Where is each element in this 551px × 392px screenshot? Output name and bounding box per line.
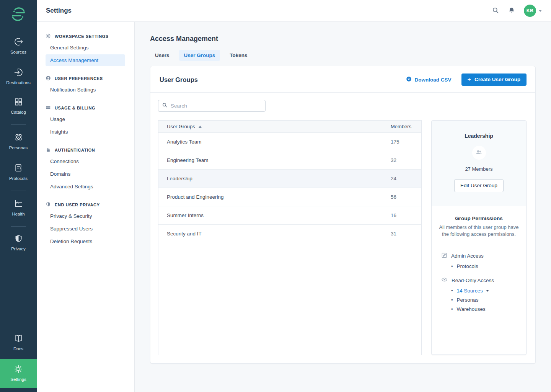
nav-item-suppressed-users[interactable]: Suppressed Users — [46, 223, 125, 235]
column-header-user-groups[interactable]: User Groups — [167, 124, 195, 129]
segment-logo-icon[interactable] — [11, 7, 26, 23]
personas-icon — [14, 132, 23, 142]
table-header-row: User Groups Members — [158, 121, 421, 133]
nav-item-domains[interactable]: Domains — [46, 168, 125, 180]
sidebar-item-privacy[interactable]: Privacy — [0, 232, 37, 253]
tab-users[interactable]: Users — [150, 50, 174, 61]
group-members: 56 — [391, 194, 421, 200]
user-groups-table: User Groups Members Analytics Team 175 — [158, 120, 422, 355]
sidebar-item-catalog[interactable]: Catalog — [0, 95, 37, 117]
table-row[interactable]: Engineering Team 32 — [158, 151, 421, 170]
app-sidebar: Sources Destinations Catalog — [0, 0, 37, 392]
sidebar-item-protocols[interactable]: Protocols — [0, 161, 37, 183]
table-row-selected[interactable]: Leadership 24 — [158, 170, 421, 188]
sidebar-item-label: Health — [12, 212, 24, 216]
nav-item-notification-settings[interactable]: Notification Settings — [46, 84, 125, 96]
edit-user-group-button[interactable]: Edit User Group — [454, 179, 504, 192]
nav-section-header: WORKSPACE SETTINGS — [46, 33, 125, 39]
nav-section-usage-billing: USAGE & BILLING Usage Insights — [46, 105, 125, 138]
sources-icon — [14, 37, 23, 46]
sidebar-item-docs[interactable]: Docs — [0, 331, 37, 353]
table-row[interactable]: Analytics Team 175 — [158, 133, 421, 151]
sidebar-item-destinations[interactable]: Destinations — [0, 65, 37, 87]
nav-item-advanced-settings[interactable]: Advanced Settings — [46, 181, 125, 193]
sidebar-item-label: Docs — [13, 346, 23, 351]
eye-icon — [441, 276, 448, 284]
page-title: Settings — [46, 7, 72, 15]
group-members: 16 — [391, 212, 421, 218]
nav-section-header: END USER PRIVACY — [46, 202, 125, 208]
sidebar-item-health[interactable]: Health — [0, 196, 37, 219]
nav-item-connections[interactable]: Connections — [46, 155, 125, 167]
account-menu[interactable]: KB — [524, 5, 542, 17]
sidebar-item-label: Destinations — [6, 80, 30, 85]
permission-group-label: Read-Only Access — [452, 278, 494, 283]
sidebar-divider — [11, 226, 26, 227]
chevron-down-icon — [539, 10, 542, 12]
nav-item-access-management[interactable]: Access Management — [46, 54, 125, 66]
settings-gear-icon — [14, 364, 23, 374]
permission-group-label: Admin Access — [451, 253, 484, 259]
nav-section-title: END USER PRIVACY — [55, 203, 100, 207]
sidebar-item-label: Catalog — [11, 110, 26, 114]
search-box — [158, 100, 266, 112]
nav-item-deletion-requests[interactable]: Deletion Requests — [46, 235, 125, 247]
group-name: Leadership — [158, 176, 391, 181]
plus-icon: + — [468, 78, 471, 82]
chevron-down-icon[interactable] — [486, 290, 489, 292]
permission-item: Protocols — [451, 263, 521, 269]
panel-title: User Groups — [160, 76, 198, 83]
sidebar-item-sources[interactable]: Sources — [0, 34, 37, 57]
notifications-button[interactable] — [508, 7, 515, 15]
nav-item-general-settings[interactable]: General Settings — [46, 42, 125, 54]
group-avatar — [472, 146, 486, 160]
group-detail-card: Leadership — [431, 120, 527, 355]
column-header-members[interactable]: Members — [391, 124, 421, 129]
group-name: Leadership — [465, 133, 493, 139]
nav-section-authentication: AUTHENTICATION Connections Domains Advan… — [46, 147, 125, 193]
table-row[interactable]: Summer Interns 16 — [158, 206, 421, 225]
search-icon — [162, 102, 168, 109]
search-button[interactable] — [492, 7, 499, 15]
nav-item-insights[interactable]: Insights — [46, 126, 125, 138]
tab-user-groups[interactable]: User Groups — [179, 50, 220, 61]
sidebar-divider — [11, 124, 26, 125]
download-csv-button[interactable]: Download CSV — [406, 76, 452, 83]
nav-section-workspace-settings: WORKSPACE SETTINGS General Settings Acce… — [46, 33, 125, 66]
permission-item: Personas — [451, 297, 521, 303]
user-groups-panel: User Groups Download CSV — [150, 66, 536, 364]
group-members: 32 — [391, 157, 421, 163]
sidebar-item-personas[interactable]: Personas — [0, 130, 37, 152]
create-user-group-button[interactable]: + Create User Group — [461, 74, 527, 86]
table-row[interactable]: Product and Engineering 56 — [158, 188, 421, 206]
sidebar-divider — [11, 191, 26, 191]
permission-group-admin: Admin Access Protocols — [437, 252, 521, 269]
group-name: Security and IT — [158, 231, 391, 237]
search-input[interactable] — [171, 103, 262, 109]
group-name: Analytics Team — [158, 139, 391, 145]
avatar: KB — [524, 5, 536, 17]
nav-item-privacy-security[interactable]: Privacy & Security — [46, 210, 125, 222]
group-summary: Leadership — [432, 121, 526, 206]
sort-asc-icon[interactable] — [199, 126, 202, 128]
health-icon — [14, 199, 23, 208]
member-count: 27 Members — [465, 166, 492, 172]
sidebar-item-label: Settings — [10, 377, 26, 382]
panel-header: User Groups Download CSV — [150, 66, 535, 93]
privacy-shield-icon — [14, 234, 23, 243]
sidebar-item-settings[interactable]: Settings — [0, 359, 37, 388]
nav-section-header: USER PREFERENCES — [46, 75, 125, 82]
topbar: Settings KB — [37, 0, 551, 22]
lock-icon — [46, 147, 51, 153]
tab-tokens[interactable]: Tokens — [225, 50, 252, 61]
nav-section-title: WORKSPACE SETTINGS — [55, 34, 109, 39]
nav-item-usage[interactable]: Usage — [46, 113, 125, 125]
group-members: 175 — [391, 139, 421, 145]
sources-link[interactable]: 14 Sources — [457, 288, 483, 294]
sidebar-bottom-group: Docs Settings — [0, 331, 37, 392]
table-row[interactable]: Security and IT 31 — [158, 225, 421, 243]
group-members: 24 — [391, 176, 421, 181]
permissions-title: Group Permissions — [437, 216, 521, 221]
permissions-subtitle: All members of this user group have the … — [437, 224, 521, 237]
bell-icon — [508, 7, 515, 15]
